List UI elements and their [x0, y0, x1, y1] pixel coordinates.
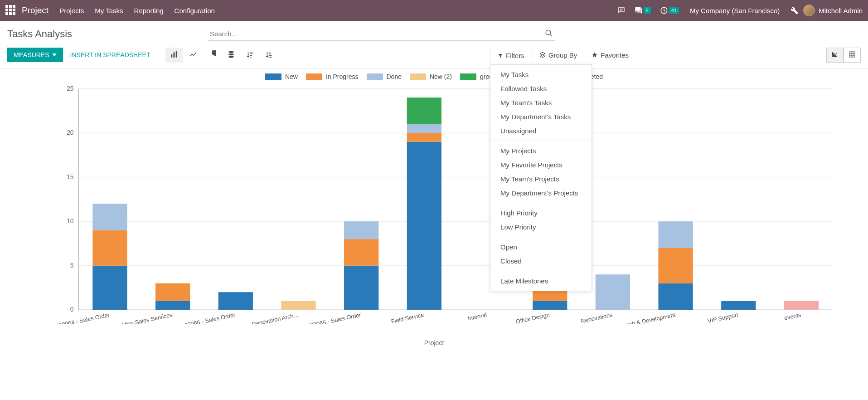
bar-segment[interactable]	[658, 248, 693, 283]
svg-text:10: 10	[67, 218, 74, 224]
svg-text:Internal: Internal	[467, 311, 488, 322]
line-chart-icon[interactable]	[184, 48, 202, 63]
sort-asc-icon[interactable]	[261, 48, 278, 63]
measures-button[interactable]: MEASURES	[7, 48, 63, 62]
svg-point-7	[228, 56, 234, 58]
nav-projects[interactable]: Projects	[59, 7, 84, 15]
pivot-view-button[interactable]	[844, 48, 861, 63]
svg-point-5	[228, 51, 234, 53]
filter-item[interactable]: My Department's Projects	[490, 186, 592, 200]
bar-segment[interactable]	[658, 283, 693, 310]
clock-icon[interactable]: 41	[660, 6, 679, 15]
chart-xlabel: Project	[9, 339, 859, 346]
svg-text:Office Design: Office Design	[515, 311, 550, 324]
filter-item[interactable]: My Team's Projects	[490, 172, 592, 186]
svg-text:20: 20	[67, 129, 74, 136]
filter-item[interactable]: Open	[490, 240, 592, 254]
bar-segment[interactable]	[721, 301, 756, 310]
pie-chart-icon[interactable]	[204, 48, 221, 63]
bar-segment[interactable]	[92, 266, 127, 310]
svg-text:5: 5	[70, 262, 74, 269]
svg-text:AGR - S00064 - Sales Order: AGR - S00064 - Sales Order	[37, 311, 111, 324]
graph-view-button[interactable]	[826, 48, 844, 63]
filter-item[interactable]: Late Milestones	[490, 274, 592, 288]
filter-item[interactable]: Followed Tasks	[490, 82, 592, 96]
chart-svg: 0510152025AGR - S00064 - Sales OrderAfte…	[9, 84, 859, 324]
filter-item[interactable]: Unassigned	[490, 124, 592, 138]
avatar	[803, 5, 815, 16]
tab-groupby[interactable]: Group By	[532, 47, 584, 63]
app-brand[interactable]: Project	[22, 5, 48, 15]
topbar: Project Projects My Tasks Reporting Conf…	[0, 0, 868, 21]
bar-segment[interactable]	[407, 133, 441, 142]
bar-segment[interactable]	[281, 301, 315, 310]
stacked-icon[interactable]	[223, 48, 240, 63]
nav-my-tasks[interactable]: My Tasks	[95, 7, 123, 15]
chart-legend: NewIn ProgressDoneNew (2)greenInternalco…	[9, 73, 859, 80]
bar-segment[interactable]	[596, 274, 630, 310]
chat-icon[interactable]: 5	[635, 6, 651, 15]
sort-desc-icon[interactable]	[242, 48, 259, 63]
bar-segment[interactable]	[407, 124, 441, 133]
legend-item[interactable]: New (2)	[410, 73, 452, 80]
legend-item[interactable]: New	[265, 73, 298, 80]
svg-text:Field Service: Field Service	[391, 311, 425, 324]
nav-reporting[interactable]: Reporting	[134, 7, 164, 15]
search-icon[interactable]	[545, 29, 553, 39]
chart-area: NewIn ProgressDoneNew (2)greenInternalco…	[0, 68, 868, 356]
bar-segment[interactable]	[658, 221, 693, 248]
filter-tabs: Filters Group By Favorites My TasksFollo…	[490, 46, 636, 63]
legend-item[interactable]: Done	[367, 73, 402, 80]
bar-segment[interactable]	[533, 301, 567, 310]
tab-favorites[interactable]: Favorites	[584, 47, 636, 63]
svg-text:VIP Support: VIP Support	[707, 311, 739, 324]
bar-segment[interactable]	[92, 230, 127, 266]
user-menu[interactable]: Mitchell Admin	[803, 5, 863, 16]
filter-item[interactable]: High Priority	[490, 206, 592, 220]
bar-segment[interactable]	[344, 221, 378, 239]
insert-spreadsheet-button[interactable]: INSERT IN SPREADSHEET	[70, 51, 150, 59]
apps-icon[interactable]	[5, 5, 16, 16]
filter-item[interactable]: Low Priority	[490, 220, 592, 234]
bar-segment[interactable]	[407, 98, 441, 124]
svg-point-1	[546, 30, 551, 35]
company-selector[interactable]: My Company (San Francisco)	[690, 7, 780, 15]
svg-text:Research & Development: Research & Development	[611, 311, 676, 324]
bar-segment[interactable]	[344, 239, 378, 266]
bar-segment[interactable]	[155, 301, 190, 310]
svg-text:Renovations: Renovations	[580, 311, 613, 324]
bar-segment[interactable]	[92, 204, 127, 230]
filter-item[interactable]: Closed	[490, 254, 592, 268]
svg-point-6	[228, 53, 234, 55]
svg-text:25: 25	[67, 85, 74, 92]
search-wrap	[208, 27, 555, 41]
view-switch	[826, 48, 861, 63]
svg-rect-8	[849, 52, 855, 57]
tools-icon[interactable]	[790, 6, 799, 15]
filter-item[interactable]: My Team's Tasks	[490, 96, 592, 110]
legend-item[interactable]: In Progress	[306, 73, 359, 80]
page-title: Tasks Analysis	[7, 28, 72, 40]
toolbar-row: MEASURES INSERT IN SPREADSHEET Filters G…	[0, 44, 868, 68]
filters-dropdown: My TasksFollowed TasksMy Team's TasksMy …	[490, 64, 592, 291]
filter-item[interactable]: My Tasks	[490, 68, 592, 82]
bar-segment[interactable]	[218, 292, 253, 310]
phone-icon[interactable]	[617, 6, 626, 15]
svg-text:15: 15	[67, 174, 74, 180]
nav-configuration[interactable]: Configuration	[175, 7, 215, 15]
bar-segment[interactable]	[155, 283, 190, 301]
filter-item[interactable]: My Favorite Projects	[490, 158, 592, 172]
bar-chart-icon[interactable]	[165, 48, 183, 63]
bar-segment[interactable]	[784, 301, 819, 310]
bar-segment[interactable]	[344, 266, 378, 310]
svg-rect-4	[176, 51, 177, 57]
svg-rect-2	[171, 54, 173, 58]
svg-text:DPC - S00065 - Sales Order: DPC - S00065 - Sales Order	[289, 311, 362, 324]
search-input[interactable]	[208, 27, 555, 41]
tab-filters[interactable]: Filters	[490, 47, 532, 64]
bar-segment[interactable]	[407, 142, 441, 310]
user-name: Mitchell Admin	[819, 7, 863, 15]
filter-item[interactable]: My Projects	[490, 144, 592, 158]
header-row: Tasks Analysis	[0, 21, 868, 44]
filter-item[interactable]: My Department's Tasks	[490, 110, 592, 124]
